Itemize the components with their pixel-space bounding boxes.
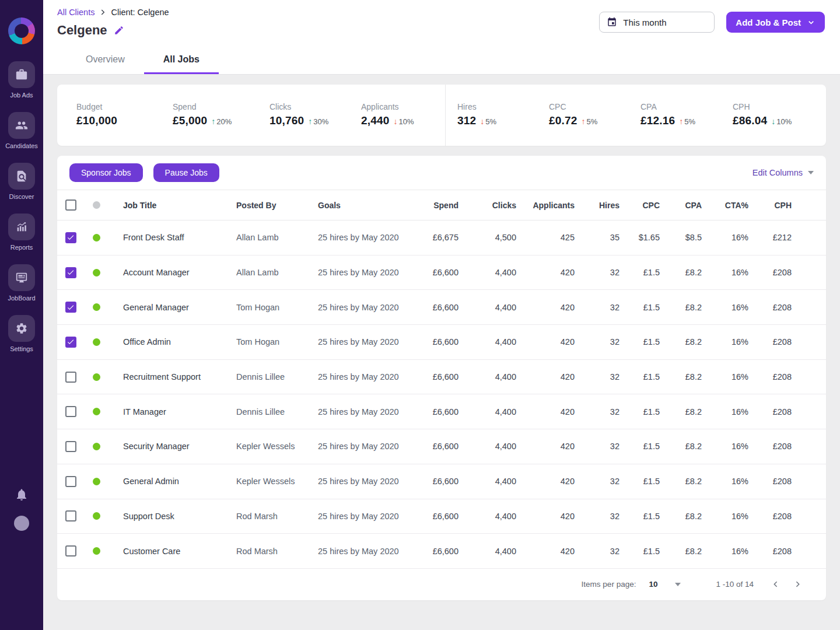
cph-cell: £208	[748, 337, 792, 346]
col-hires[interactable]: Hires	[575, 201, 620, 210]
sidebar-item-label: Candidates	[5, 142, 38, 149]
status-dot	[93, 303, 100, 311]
sidebar-item-jobboard[interactable]: JobBoard	[8, 264, 35, 302]
row-checkbox[interactable]	[65, 302, 76, 313]
tab-all-jobs[interactable]: All Jobs	[144, 47, 219, 74]
edit-columns-dropdown[interactable]: Edit Columns	[752, 168, 814, 177]
cpc-cell: £1.5	[620, 303, 660, 312]
clicks-cell: 4,400	[459, 268, 516, 277]
row-checkbox[interactable]	[65, 232, 76, 243]
row-checkbox[interactable]	[65, 545, 76, 556]
sidebar-item-reports[interactable]: Reports	[8, 214, 35, 251]
cph-cell: £208	[748, 477, 792, 486]
col-applicants[interactable]: Applicants	[516, 201, 575, 210]
cph-cell: £208	[748, 268, 792, 277]
col-cph[interactable]: CPH	[748, 201, 792, 210]
stat-metric: Applicants 2,440 ↓ 10%	[361, 102, 445, 146]
date-range-picker[interactable]: This month	[599, 12, 715, 33]
app-logo[interactable]	[8, 18, 35, 44]
delta-arrow-icon: ↑	[679, 117, 683, 126]
table-body: Front Desk Staff Allan Lamb 25 hires by …	[57, 220, 826, 569]
items-per-page-caret-icon[interactable]	[675, 583, 681, 586]
job-title-cell: Account Manager	[108, 268, 236, 277]
sidebar-item-settings[interactable]: Settings	[8, 315, 35, 352]
items-per-page-label: Items per page:	[582, 580, 636, 589]
row-checkbox[interactable]	[65, 337, 76, 348]
col-cpa[interactable]: CPA	[660, 201, 702, 210]
row-checkbox[interactable]	[65, 406, 76, 417]
applicants-cell: 420	[516, 303, 575, 312]
applicants-cell: 420	[516, 268, 575, 277]
applicants-cell: 425	[516, 233, 575, 242]
stat-metric: Spend £5,000 ↑ 20%	[173, 102, 270, 146]
col-cta[interactable]: CTA%	[702, 201, 748, 210]
spend-cell: £6,600	[401, 407, 459, 416]
posted-by-cell: Kepler Wessels	[236, 442, 318, 451]
chevron-down-icon	[807, 18, 816, 27]
delta-percent: 30%	[313, 117, 328, 126]
stat-value: £12.16	[640, 114, 675, 127]
monitor-icon	[8, 264, 35, 291]
items-per-page-value[interactable]: 10	[649, 580, 657, 589]
breadcrumb-all-clients[interactable]: All Clients	[57, 8, 94, 17]
cta-cell: 16%	[702, 233, 748, 242]
job-title-cell: General Admin	[108, 477, 236, 486]
add-job-post-button[interactable]: Add Job & Post	[726, 12, 825, 33]
row-checkbox[interactable]	[65, 441, 76, 452]
col-posted-by[interactable]: Posted By	[236, 201, 318, 210]
job-title-cell: Recruitment Support	[108, 372, 236, 382]
stat-label: Applicants	[361, 102, 445, 111]
clicks-cell: 4,400	[459, 477, 516, 486]
cta-cell: 16%	[702, 477, 748, 486]
chevron-left-icon	[771, 579, 780, 589]
edit-pencil-icon[interactable]	[114, 25, 124, 36]
stat-label: Hires	[457, 102, 549, 111]
sidebar-item-candidates[interactable]: Candidates	[5, 112, 38, 149]
cpc-cell: £1.5	[620, 372, 660, 382]
row-checkbox[interactable]	[65, 267, 76, 278]
col-spend[interactable]: Spend	[401, 201, 459, 210]
next-page-button[interactable]	[791, 578, 804, 591]
cta-cell: 16%	[702, 337, 748, 346]
tab-bar: Overview All Jobs	[43, 47, 840, 75]
avatar[interactable]	[14, 516, 29, 531]
col-job-title[interactable]: Job Title	[108, 201, 236, 210]
add-job-post-label: Add Job & Post	[736, 18, 801, 27]
delta-percent: 10%	[399, 117, 414, 126]
col-cpc[interactable]: CPC	[620, 201, 660, 210]
delta-arrow-icon: ↑	[582, 117, 586, 126]
row-checkbox[interactable]	[65, 510, 76, 522]
goals-cell: 25 hires by May 2020	[318, 337, 401, 346]
sidebar-item-discover[interactable]: Discover	[8, 163, 35, 200]
stats-left-group: Budget £10,000 Spend £5,000 ↑ 20% Clicks…	[57, 85, 445, 146]
bell-icon[interactable]	[15, 488, 29, 502]
hires-cell: 35	[575, 233, 620, 242]
table-header-row: Job Title Posted By Goals Spend Clicks A…	[57, 190, 826, 220]
col-clicks[interactable]: Clicks	[459, 201, 516, 210]
page-title: Celgene	[57, 23, 107, 38]
select-all-checkbox[interactable]	[65, 200, 76, 211]
hires-cell: 32	[575, 512, 620, 521]
briefcase-icon	[8, 61, 35, 88]
cpc-cell: £1.5	[620, 477, 660, 486]
row-checkbox[interactable]	[65, 372, 76, 383]
page-header: All Clients Client: Celgene Celgene This…	[43, 0, 840, 47]
pause-jobs-button[interactable]: Pause Jobs	[153, 163, 219, 182]
applicants-cell: 420	[516, 337, 575, 346]
prev-page-button[interactable]	[769, 578, 782, 591]
posted-by-cell: Tom Hogan	[236, 303, 318, 312]
sidebar-item-label: Settings	[10, 345, 33, 352]
hires-cell: 32	[575, 407, 620, 416]
posted-by-cell: Allan Lamb	[236, 233, 318, 242]
cpa-cell: £8.2	[660, 477, 702, 486]
sidebar-item-job-ads[interactable]: Job Ads	[8, 61, 35, 99]
document-search-icon	[8, 163, 35, 190]
status-dot	[93, 408, 100, 415]
tab-overview[interactable]: Overview	[66, 47, 144, 74]
hires-cell: 32	[575, 547, 620, 556]
cpc-cell: £1.5	[620, 337, 660, 346]
cpc-cell: £1.5	[620, 512, 660, 521]
row-checkbox[interactable]	[65, 476, 76, 487]
sponsor-jobs-button[interactable]: Sponsor Jobs	[69, 163, 143, 182]
col-goals[interactable]: Goals	[318, 201, 401, 210]
